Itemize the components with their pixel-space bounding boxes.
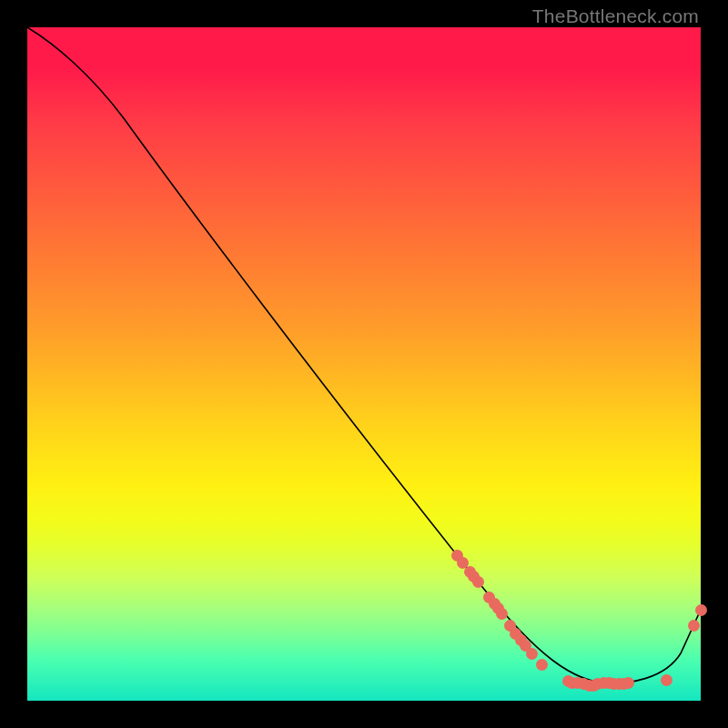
scatter-dot xyxy=(661,674,672,686)
scatter-dot xyxy=(526,648,538,660)
chart-frame: TheBottleneck.com xyxy=(0,0,728,728)
plot-area xyxy=(27,27,701,701)
watermark-label: TheBottleneck.com xyxy=(532,5,699,27)
scatter-dot xyxy=(695,604,707,616)
scatter-dot xyxy=(472,576,484,588)
scatter-dot xyxy=(688,620,700,632)
scatter-dot xyxy=(536,659,548,671)
bottleneck-curve-path xyxy=(27,27,701,683)
scatter-dot xyxy=(622,677,634,689)
scatter-dot xyxy=(496,608,508,620)
curve-line xyxy=(27,27,701,701)
